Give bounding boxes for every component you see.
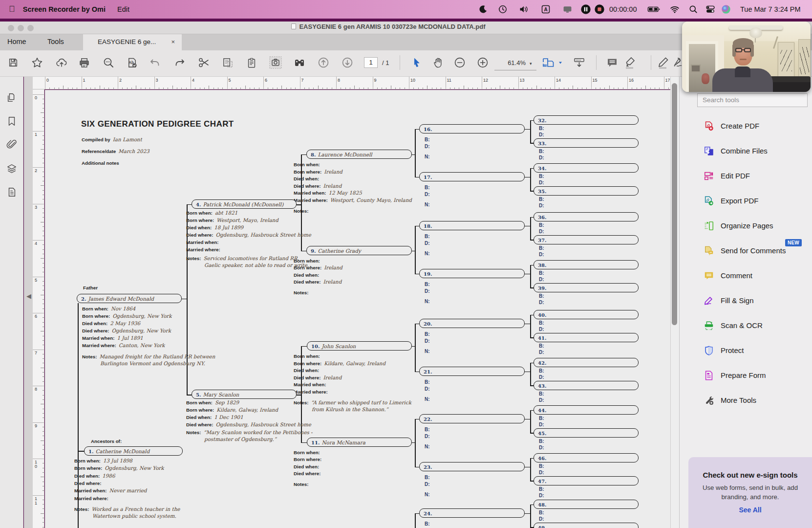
comment-icon[interactable] bbox=[606, 56, 619, 69]
stop-recording-icon[interactable] bbox=[594, 0, 605, 19]
cut-icon[interactable] bbox=[197, 56, 210, 69]
tool-item-export-pdf[interactable]: Export PDF bbox=[698, 192, 808, 210]
wifi-icon[interactable] bbox=[669, 0, 680, 19]
print-icon[interactable] bbox=[78, 56, 90, 69]
ancestor-box[interactable]: 18. bbox=[419, 221, 525, 230]
promo-see-all-link[interactable]: See All bbox=[688, 506, 812, 514]
person-box[interactable]: 2.James Edward McDonald bbox=[77, 294, 182, 303]
ancestor-box[interactable]: 35. bbox=[534, 186, 639, 196]
layers-icon[interactable] bbox=[6, 163, 17, 174]
ancestor-box[interactable]: 48. bbox=[534, 500, 639, 509]
zoom-caret-icon[interactable]: ▾ bbox=[530, 61, 532, 66]
tool-item-organize-pages[interactable]: Organize Pages bbox=[698, 217, 808, 235]
next-page-icon[interactable] bbox=[341, 56, 354, 69]
tool-item-protect[interactable]: Protect bbox=[698, 342, 808, 359]
ancestor-box[interactable]: 24. bbox=[419, 508, 525, 518]
ancestor-box[interactable]: 49. bbox=[534, 523, 639, 528]
outline-icon[interactable] bbox=[6, 187, 17, 198]
scrollbar-thumb[interactable] bbox=[672, 83, 677, 325]
ancestor-box[interactable]: 32. bbox=[534, 115, 639, 125]
zoom-level-value[interactable]: 61.4% bbox=[497, 59, 526, 66]
tool-item-combine-files[interactable]: Combine Files bbox=[698, 142, 808, 160]
person-box[interactable]: 11.Nora McNamara bbox=[307, 438, 412, 447]
person-box[interactable]: 1.Catherine McDonald bbox=[84, 446, 183, 456]
tool-item-fill-sign[interactable]: Fill & Sign bbox=[698, 292, 808, 309]
ancestor-box[interactable]: 36. bbox=[534, 212, 639, 221]
clipboard-icon[interactable] bbox=[245, 56, 258, 69]
spotlight-icon[interactable] bbox=[688, 0, 698, 19]
scroll-mode-icon[interactable] bbox=[573, 56, 585, 69]
tool-item-scan-ocr[interactable]: Scan & OCR bbox=[698, 317, 808, 334]
person-box[interactable]: 10.John Scanlon bbox=[307, 341, 412, 351]
snapshot-icon[interactable] bbox=[269, 56, 282, 69]
fit-width-icon[interactable] bbox=[542, 56, 555, 69]
ancestor-box[interactable]: 22. bbox=[419, 414, 525, 423]
volume-icon[interactable] bbox=[518, 0, 529, 19]
save-icon[interactable] bbox=[7, 56, 20, 69]
ancestor-box[interactable]: 44. bbox=[534, 405, 639, 415]
tab-tools[interactable]: Tools bbox=[47, 38, 64, 45]
highlight-icon[interactable] bbox=[624, 56, 637, 69]
share-cloud-icon[interactable] bbox=[55, 56, 68, 69]
ancestor-box[interactable]: 16. bbox=[419, 124, 525, 133]
ancestor-box[interactable]: 17. bbox=[419, 172, 525, 181]
person-box[interactable]: 9.Catherine Grady bbox=[306, 246, 412, 255]
tool-item-comment[interactable]: Comment bbox=[698, 267, 808, 285]
person-box[interactable]: 8.Laurence McDonnell bbox=[306, 150, 412, 159]
search-tools-input[interactable]: Search tools bbox=[697, 93, 808, 107]
fit-caret-icon[interactable] bbox=[554, 56, 567, 69]
ancestor-box[interactable]: 39. bbox=[534, 283, 639, 292]
star-icon[interactable] bbox=[31, 56, 43, 69]
collapse-left-panel-icon[interactable]: ◀ bbox=[26, 292, 31, 300]
menubar-edit-menu[interactable]: Edit bbox=[117, 5, 129, 13]
attachments-icon[interactable] bbox=[6, 139, 17, 150]
ancestor-box[interactable]: 40. bbox=[534, 310, 639, 319]
battery-icon[interactable] bbox=[647, 0, 661, 19]
previous-page-icon[interactable] bbox=[317, 56, 330, 69]
pause-recording-icon[interactable] bbox=[580, 0, 591, 19]
hand-tool-icon[interactable] bbox=[431, 56, 444, 69]
ancestor-box[interactable]: 47. bbox=[534, 476, 639, 485]
search-icon[interactable] bbox=[102, 56, 115, 69]
tool-item-edit-pdf[interactable]: Edit PDF bbox=[698, 167, 808, 185]
ancestor-box[interactable]: 23. bbox=[419, 462, 525, 471]
ancestor-box[interactable]: 41. bbox=[534, 333, 639, 342]
copy-layout-icon[interactable] bbox=[221, 56, 234, 69]
alt-text-icon[interactable]: Ab bbox=[126, 56, 138, 69]
ancestor-box[interactable]: 43. bbox=[534, 381, 639, 390]
ancestor-box[interactable]: 34. bbox=[534, 163, 639, 173]
time-machine-icon[interactable] bbox=[498, 0, 508, 19]
tool-item-create-pdf[interactable]: Create PDF bbox=[698, 117, 808, 135]
tool-item-prepare-form[interactable]: Prepare Form bbox=[698, 367, 808, 384]
person-box[interactable]: 5.Mary Scanlon bbox=[192, 390, 297, 399]
pencil-icon[interactable] bbox=[657, 56, 670, 69]
tab-home[interactable]: Home bbox=[7, 38, 26, 45]
siri-icon[interactable] bbox=[721, 0, 731, 19]
control-center-icon[interactable] bbox=[705, 0, 715, 19]
ancestor-box[interactable]: 38. bbox=[534, 260, 639, 269]
ancestor-box[interactable]: 20. bbox=[419, 319, 525, 328]
person-box[interactable]: 4.Patrick McDonald (McDonnell) bbox=[192, 199, 297, 209]
ancestor-box[interactable]: 37. bbox=[534, 235, 639, 244]
zoom-out-icon[interactable] bbox=[453, 56, 466, 69]
redo-icon[interactable] bbox=[173, 56, 186, 69]
zoom-in-icon[interactable] bbox=[476, 56, 489, 69]
page-thumbnails-icon[interactable] bbox=[6, 92, 17, 103]
input-source-icon[interactable]: A bbox=[541, 0, 551, 19]
ancestor-box[interactable]: 42. bbox=[534, 358, 639, 367]
apple-icon[interactable]:  bbox=[9, 4, 15, 14]
ancestor-box[interactable]: 45. bbox=[534, 428, 639, 438]
find-icon[interactable] bbox=[293, 56, 306, 69]
page-number-input[interactable]: 1 bbox=[364, 57, 378, 68]
select-tool-icon[interactable] bbox=[410, 56, 423, 69]
ancestor-box[interactable]: 46. bbox=[534, 453, 639, 462]
ancestor-box[interactable]: 33. bbox=[534, 138, 639, 148]
display-icon[interactable] bbox=[562, 0, 573, 19]
undo-icon[interactable] bbox=[149, 56, 161, 69]
tab-document[interactable]: EASYGENIE 6 ge... × bbox=[83, 34, 182, 50]
bookmarks-icon[interactable] bbox=[6, 116, 17, 127]
ancestor-box[interactable]: 19. bbox=[419, 269, 525, 278]
tab-close-icon[interactable]: × bbox=[171, 38, 175, 45]
tool-item-more-tools[interactable]: More Tools bbox=[698, 392, 808, 409]
ancestor-box[interactable]: 21. bbox=[419, 367, 525, 376]
